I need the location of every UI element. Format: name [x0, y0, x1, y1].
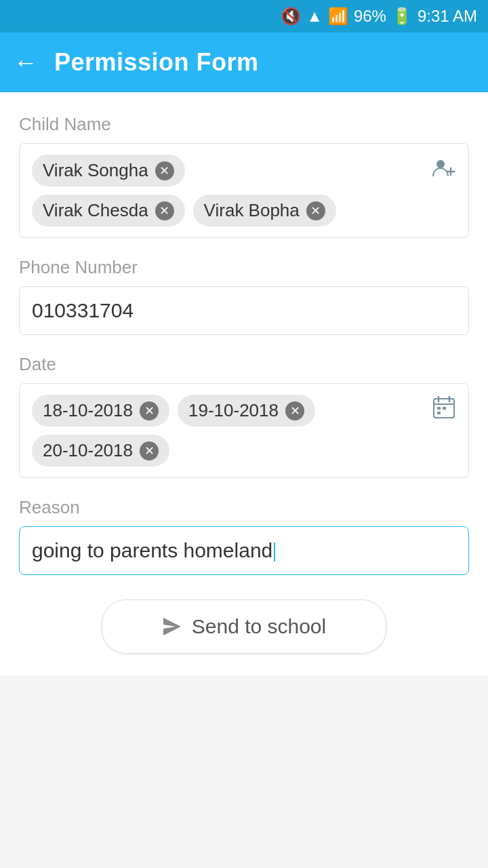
send-icon: [162, 616, 182, 637]
calendar-button[interactable]: [432, 395, 456, 425]
text-cursor: [274, 542, 275, 561]
svg-rect-9: [437, 412, 441, 414]
svg-rect-8: [443, 407, 446, 410]
time: 9:31 AM: [418, 7, 477, 26]
date-tag-1-remove[interactable]: ✕: [285, 401, 304, 420]
send-to-school-button[interactable]: Send to school: [102, 599, 386, 654]
reason-value: going to parents homeland: [32, 539, 272, 561]
form-content: Child Name Virak Songha ✕ Virak Chesda ✕: [0, 92, 488, 675]
date-tags-first-row: 18-10-2018 ✕ 19-10-2018 ✕: [32, 395, 456, 427]
battery-text: 96%: [354, 7, 386, 26]
child-tag-0-remove[interactable]: ✕: [155, 161, 174, 180]
phone-number-label: Phone Number: [19, 257, 469, 278]
back-button[interactable]: ←: [14, 48, 38, 77]
add-child-button[interactable]: [432, 156, 456, 186]
child-tag-1[interactable]: Virak Chesda ✕: [32, 195, 185, 226]
wifi-icon: ▲: [306, 7, 323, 26]
date-label: Date: [19, 354, 469, 375]
signal-icon: 📶: [328, 7, 348, 26]
child-name-label: Child Name: [19, 114, 469, 135]
child-tag-2-remove[interactable]: ✕: [306, 201, 325, 220]
battery-icon: 🔋: [392, 7, 412, 26]
page-title: Permission Form: [54, 48, 259, 77]
child-tag-1-label: Virak Chesda: [43, 200, 148, 221]
status-bar: 🔇 ▲ 📶 96% 🔋 9:31 AM: [0, 0, 488, 33]
child-tag-1-remove[interactable]: ✕: [155, 201, 174, 220]
child-tag-2-label: Virak Bopha: [204, 200, 300, 221]
date-tag-0-remove[interactable]: ✕: [140, 401, 159, 420]
mute-icon: 🔇: [281, 7, 301, 26]
reason-label: Reason: [19, 497, 469, 518]
reason-field[interactable]: going to parents homeland: [19, 526, 469, 575]
date-tag-1[interactable]: 19-10-2018 ✕: [178, 395, 315, 427]
date-tags-second-row: 20-10-2018 ✕: [32, 435, 456, 467]
status-icons: 🔇 ▲ 📶 96% 🔋 9:31 AM: [281, 7, 477, 26]
svg-rect-7: [437, 407, 441, 410]
date-tag-0-label: 18-10-2018: [43, 400, 133, 421]
phone-number-field[interactable]: 010331704: [19, 286, 469, 335]
date-field: 18-10-2018 ✕ 19-10-2018 ✕: [19, 383, 469, 478]
date-tag-2-remove[interactable]: ✕: [140, 441, 159, 460]
date-tag-1-label: 19-10-2018: [188, 400, 279, 421]
child-tag-2[interactable]: Virak Bopha ✕: [193, 195, 336, 226]
send-button-label: Send to school: [192, 615, 326, 638]
app-bar: ← Permission Form: [0, 33, 488, 92]
phone-number-value: 010331704: [32, 299, 134, 321]
child-tags-first-row: Virak Songha ✕: [32, 155, 456, 186]
date-tag-2-label: 20-10-2018: [43, 440, 133, 461]
svg-marker-10: [163, 618, 181, 635]
child-tag-0[interactable]: Virak Songha ✕: [32, 155, 185, 186]
child-tags-second-row: Virak Chesda ✕ Virak Bopha ✕: [32, 195, 456, 226]
child-name-field: Virak Songha ✕ Virak Chesda ✕ Virak Boph…: [19, 143, 469, 238]
date-tag-0[interactable]: 18-10-2018 ✕: [32, 395, 169, 427]
child-tag-0-label: Virak Songha: [43, 160, 148, 181]
svg-point-0: [436, 160, 445, 168]
date-tag-2[interactable]: 20-10-2018 ✕: [32, 435, 169, 467]
